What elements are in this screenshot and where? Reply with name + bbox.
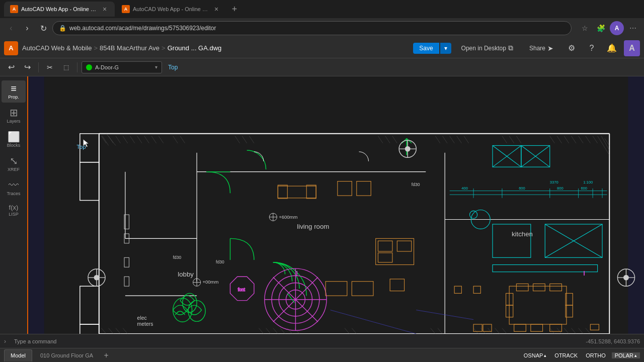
cad-canvas[interactable]: font [28,76,644,334]
otrack-label: OTRACK [554,352,578,358]
svg-text:kitchen: kitchen [512,230,533,238]
lisp-icon: f(x) [9,204,19,211]
tab-bar: A AutoCAD Web App - Online CAD... × A Au… [0,0,644,18]
svg-text:lobby: lobby [178,270,194,278]
tab-2-label: AutoCAD Web App - Online CAD... [133,6,209,12]
svg-text:600: 600 [581,186,587,191]
breadcrumb-project[interactable]: 854B MacArthur Ave [100,44,159,52]
xref-icon: ⤡ [10,156,18,166]
open-in-desktop-button[interactable]: Open in Desktop ⧉ [455,42,519,54]
cad-drawing: font [28,76,644,334]
settings-icon[interactable]: ⚙ [564,40,580,56]
address-bar-row: ‹ › ↻ 🔒 web.autocad.com/acad/me/drawings… [0,18,644,38]
sidebar-item-traces[interactable]: 〰 Traces [2,177,26,199]
svg-text:3370: 3370 [550,180,558,185]
ortho-button[interactable]: ORTHO [584,352,608,358]
osnap-button[interactable]: OSNAP ▴ [522,352,549,358]
tab-1-favicon: A [10,5,18,13]
command-prompt-text[interactable]: Type a command [14,338,56,344]
tab-1-label: AutoCAD Web App - Online CAD... [21,6,98,12]
osnap-chevron: ▴ [544,353,546,358]
svg-rect-0 [44,76,628,334]
svg-text:fd30: fd30 [216,259,224,264]
share-label: Share [529,45,545,52]
share-button[interactable]: Share ➤ [523,42,559,54]
svg-text:800: 800 [557,186,564,191]
breadcrumb-sep-1: > [94,44,98,52]
url-display: web.autocad.com/acad/me/drawings/5753069… [69,25,565,32]
sidebar-item-xref[interactable]: ⤡ XREF [2,153,26,175]
share-icon: ➤ [547,44,553,52]
svg-text:fd30: fd30 [173,255,182,260]
svg-text:I: I [583,269,585,277]
sidebar-item-props[interactable]: ≡ Prop. [2,80,26,103]
sidebar-lisp-label: LISP [9,212,19,217]
svg-text:font: font [238,287,246,292]
back-button[interactable]: ‹ [4,21,18,35]
add-layout-tab-button[interactable]: + [101,350,111,360]
svg-text:+600mm: +600mm [279,214,297,220]
svg-text:meters: meters [137,321,153,327]
sidebar-blocks-label: Blocks [7,143,21,148]
tab-2[interactable]: A AutoCAD Web App - Online CAD... × [116,2,226,17]
undo-button[interactable]: ↩ [4,60,18,74]
user-profile-button[interactable]: A [624,40,640,56]
toolbar-separator-2 [77,62,77,72]
model-tab[interactable]: Model [4,349,32,361]
redo-button[interactable]: ↪ [20,60,34,74]
svg-point-184 [94,275,99,280]
open-desktop-icon: ⧉ [508,44,513,52]
ortho-label: ORTHO [586,352,606,358]
sidebar-item-blocks[interactable]: ⬜ Blocks [2,129,26,151]
svg-text:living room: living room [297,223,329,230]
svg-text:400: 400 [461,186,468,191]
view-label: Top [168,64,178,71]
bottom-tabs: Model 010 Ground Floor GA + OSNAP ▴ OTRA… [0,348,644,362]
address-bar[interactable]: 🔒 web.autocad.com/acad/me/drawings/57530… [52,21,572,35]
trim-button[interactable]: ✂ [43,60,57,74]
layout-tab[interactable]: 010 Ground Floor GA [34,349,99,361]
save-dropdown-button[interactable]: ▾ [440,43,451,54]
coordinates-display: -451.5288, 6403.9376 [586,338,640,344]
svg-text:I: I [296,269,298,277]
svg-text:elec: elec [137,315,147,321]
layer-selector[interactable]: A-Door-G ▾ [82,61,162,73]
save-button[interactable]: Save [413,43,439,54]
svg-text:+00mm: +00mm [203,279,219,285]
otrack-button[interactable]: OTRACK [552,352,580,358]
sidebar: ≡ Prop. ⊞ Layers ⬜ Blocks ⤡ XREF 〰 Trace… [0,76,28,334]
blocks-icon: ⬜ [8,132,20,142]
select-button[interactable]: ⬚ [59,60,73,74]
traces-icon: 〰 [9,180,19,190]
notifications-icon[interactable]: 🔔 [604,40,620,56]
layer-color-dot [86,64,92,70]
svg-point-188 [624,275,628,280]
breadcrumb: AutoCAD Web & Mobile > 854B MacArthur Av… [22,44,221,52]
toolbar-separator-1 [38,62,39,72]
profile-extensions-icon[interactable]: 🧩 [594,21,608,35]
layer-dropdown-arrow: ▾ [155,64,157,70]
sidebar-traces-label: Traces [7,191,20,196]
reload-button[interactable]: ↻ [36,21,50,35]
sidebar-item-layers[interactable]: ⊞ Layers [2,105,26,127]
props-icon: ≡ [11,83,17,94]
command-line: › Type a command -451.5288, 6403.9376 [0,334,644,348]
sidebar-item-lisp[interactable]: f(x) LISP [2,201,26,220]
sidebar-props-label: Prop. [8,95,19,100]
browser-menu-icon[interactable]: ⋯ [626,21,640,35]
tab-1-close[interactable]: × [101,5,109,13]
browser-chrome: A AutoCAD Web App - Online CAD... × A Au… [0,0,644,38]
osnap-label: OSNAP [524,352,543,358]
bookmark-icon[interactable]: ☆ [578,21,592,35]
breadcrumb-app[interactable]: AutoCAD Web & Mobile [22,44,92,52]
open-desktop-label: Open in Desktop [461,45,506,52]
tab-2-close[interactable]: × [212,5,220,13]
help-icon[interactable]: ? [584,40,600,56]
main-area: ≡ Prop. ⊞ Layers ⬜ Blocks ⤡ XREF 〰 Trace… [0,76,644,334]
tab-1[interactable]: A AutoCAD Web App - Online CAD... × [4,2,115,17]
polar-button[interactable]: POLAR ▴ [612,352,640,358]
profile-button[interactable]: A [610,21,624,35]
new-tab-button[interactable]: + [227,2,242,16]
command-prompt-icon: › [4,338,6,345]
forward-button[interactable]: › [20,21,34,35]
